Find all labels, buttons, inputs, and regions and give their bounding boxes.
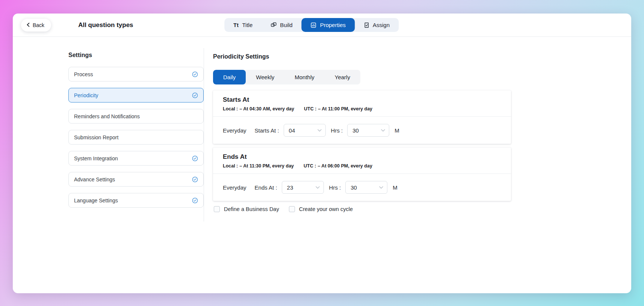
settings-sidebar: Settings Process Periodicity Reminders a… (13, 37, 204, 293)
everyday-label: Everyday (223, 127, 246, 134)
chevron-left-icon (26, 22, 30, 28)
chevron-down-icon (316, 186, 320, 189)
sidebar-item-label: Advance Settings (74, 176, 115, 182)
back-button-label: Back (33, 22, 44, 28)
local-label: Local : (223, 163, 238, 169)
periodicity-panel: Periodicity Settings Daily Weekly Monthl… (204, 37, 516, 293)
sidebar-item-label: Process (74, 71, 93, 77)
chevron-down-icon (379, 186, 383, 189)
utc-label: UTC : (304, 106, 316, 112)
tab-properties-label: Properties (320, 22, 346, 28)
ends-at-subtitle: Local : – At 11:30 PM, every day UTC : –… (223, 163, 501, 169)
sidebar-item-label: Periodicity (74, 92, 98, 98)
page-title: All question types (78, 21, 133, 29)
ends-at-field-label: Ends At : (255, 184, 277, 191)
tab-build-label: Build (280, 22, 292, 28)
utc-value: – At 06:00 PM, every day (317, 163, 372, 169)
starts-at-header: Starts At Local : – At 04:30 AM, every d… (213, 90, 511, 116)
hrs-label: Hrs : (329, 184, 341, 191)
tab-weekly[interactable]: Weekly (246, 70, 284, 84)
start-hour-dropdown[interactable]: 04 (284, 124, 326, 137)
checkbox-icon[interactable] (214, 206, 220, 212)
local-value: – At 11:30 PM, every day (239, 163, 294, 169)
utc-label: UTC : (304, 163, 316, 169)
tab-monthly[interactable]: Monthly (284, 70, 325, 84)
sidebar-item-label: Submission Report (74, 134, 118, 140)
starts-at-subtitle: Local : – At 04:30 AM, every day UTC : –… (223, 106, 501, 112)
utc-value: – At 11:00 PM, every day (318, 106, 372, 112)
end-hour-dropdown[interactable]: 23 (282, 181, 324, 194)
main-window: Back All question types Tt Title Build P… (13, 14, 631, 293)
text-format-icon: Tt (233, 22, 239, 28)
start-minute-dropdown[interactable]: 30 (347, 124, 389, 137)
ends-at-header: Ends At Local : – At 11:30 PM, every day… (213, 148, 511, 173)
panel-heading: Periodicity Settings (213, 53, 516, 60)
sidebar-item-label: System Integration (74, 155, 118, 161)
minute-suffix-label: M (395, 127, 399, 134)
tab-build[interactable]: Build (262, 18, 301, 32)
assign-icon (364, 22, 369, 28)
sidebar-item-process[interactable]: Process (68, 67, 204, 81)
sidebar-item-submission-report[interactable]: Submission Report (68, 130, 204, 145)
everyday-label: Everyday (223, 184, 246, 191)
starts-at-title: Starts At (223, 96, 501, 104)
sidebar-item-label: Language Settings (74, 197, 118, 203)
sidebar-item-label: Reminders and Notifications (74, 113, 140, 119)
top-bar: Back All question types Tt Title Build P… (13, 14, 631, 37)
tab-title[interactable]: Tt Title (224, 18, 262, 32)
cycle-options-row: Define a Business Day Create your own cy… (213, 206, 516, 212)
check-circle-icon (192, 71, 198, 77)
check-circle-icon (192, 197, 198, 203)
local-label: Local : (223, 106, 238, 112)
ends-at-title: Ends At (223, 153, 501, 161)
minute-suffix-label: M (393, 184, 398, 191)
sidebar-heading: Settings (68, 52, 204, 59)
end-hour-value: 23 (287, 184, 293, 191)
period-tab-group: Daily Weekly Monthly Yearly (213, 70, 360, 84)
sidebar-item-periodicity[interactable]: Periodicity (68, 88, 204, 103)
properties-icon (311, 22, 317, 28)
define-business-day-label: Define a Business Day (224, 206, 279, 212)
tab-title-label: Title (242, 22, 253, 28)
checkbox-icon[interactable] (289, 206, 295, 212)
local-value: – At 04:30 AM, every day (239, 106, 294, 112)
check-circle-icon (192, 176, 198, 182)
ends-at-section: Ends At Local : – At 11:30 PM, every day… (213, 148, 511, 201)
sidebar-item-language-settings[interactable]: Language Settings (68, 193, 204, 208)
hrs-label: Hrs : (331, 127, 343, 134)
tab-yearly[interactable]: Yearly (325, 70, 360, 84)
starts-at-row: Everyday Starts At : 04 Hrs : 30 (213, 117, 511, 144)
starts-at-field-label: Starts At : (255, 127, 279, 134)
tab-daily[interactable]: Daily (213, 70, 246, 84)
nav-tab-group: Tt Title Build Properties Assign (224, 18, 399, 32)
tab-assign[interactable]: Assign (355, 18, 399, 32)
build-icon (271, 22, 277, 28)
check-circle-icon (192, 155, 198, 161)
chevron-down-icon (317, 129, 322, 132)
ends-at-row: Everyday Ends At : 23 Hrs : 30 (213, 174, 511, 201)
back-button[interactable]: Back (21, 19, 51, 32)
create-own-cycle-checkbox[interactable]: Create your own cycle (289, 206, 353, 212)
define-business-day-checkbox[interactable]: Define a Business Day (214, 206, 279, 212)
sidebar-item-advance-settings[interactable]: Advance Settings (68, 172, 204, 187)
starts-at-section: Starts At Local : – At 04:30 AM, every d… (213, 90, 511, 144)
sidebar-item-reminders-and-notifications[interactable]: Reminders and Notifications (68, 109, 204, 124)
tab-properties[interactable]: Properties (302, 18, 355, 32)
end-minute-dropdown[interactable]: 30 (345, 181, 387, 194)
create-own-cycle-label: Create your own cycle (299, 206, 353, 212)
chevron-down-icon (381, 129, 385, 132)
start-minute-value: 30 (352, 127, 359, 134)
check-circle-icon (192, 92, 198, 98)
content-area: Settings Process Periodicity Reminders a… (13, 37, 631, 293)
start-hour-value: 04 (289, 127, 295, 134)
tab-assign-label: Assign (373, 22, 390, 28)
sidebar-item-system-integration[interactable]: System Integration (68, 151, 204, 166)
end-minute-value: 30 (351, 184, 357, 191)
